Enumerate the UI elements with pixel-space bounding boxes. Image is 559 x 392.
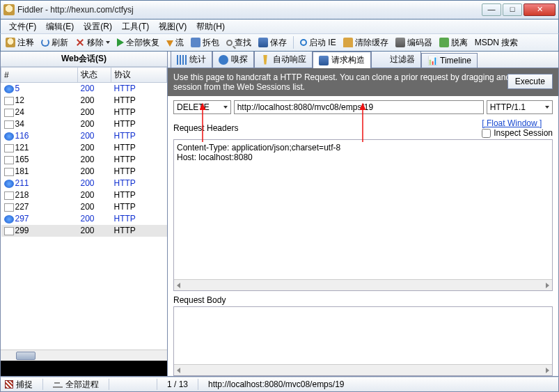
menu-help[interactable]: 帮助(H) <box>192 20 229 33</box>
menu-tools[interactable]: 工具(T) <box>118 20 153 33</box>
httpver-combo[interactable]: HTTP/1.1 <box>487 100 553 114</box>
scroll-thumb[interactable] <box>16 352 36 360</box>
quickexec-bar[interactable] <box>1 361 167 376</box>
col-status[interactable]: 状态 <box>78 68 111 83</box>
inspect-label: Inspect Session <box>494 128 553 138</box>
dropdown-icon <box>545 106 549 109</box>
sessions-pane: Web会话(S) # 状态 协议 5200HTTP12200HTTP24200H… <box>1 52 168 376</box>
tb-launch-ie[interactable]: 启动 IE <box>298 36 338 49</box>
sniff-icon <box>219 55 228 65</box>
document-icon <box>4 168 14 176</box>
tb-stream[interactable]: 流 <box>164 36 186 49</box>
globe-icon <box>4 132 14 141</box>
document-icon <box>4 227 14 235</box>
stream-icon <box>166 40 173 47</box>
req-body-label: Request Body <box>173 295 226 305</box>
document-icon <box>4 97 14 105</box>
request-headers-box[interactable]: Content-Type: application/json;charset=u… <box>173 139 553 291</box>
menu-edit[interactable]: 编辑(E) <box>42 20 78 33</box>
status-allproc[interactable]: 全部进程 <box>53 379 99 391</box>
table-row[interactable]: 297200HTTP <box>1 213 167 225</box>
tab-auto[interactable]: 自动响应 <box>254 52 313 68</box>
request-body-box[interactable] <box>173 306 553 376</box>
play-icon <box>117 38 124 47</box>
clear-icon <box>343 38 353 47</box>
menu-file[interactable]: 文件(F) <box>5 20 40 33</box>
tb-remove[interactable]: 移除 <box>73 36 112 49</box>
tb-unhand[interactable]: 拆包 <box>189 36 221 49</box>
document-icon <box>4 120 14 129</box>
menu-bar: 文件(F) 编辑(E) 设置(R) 工具(T) 视图(V) 帮助(H) <box>0 19 559 33</box>
tb-clear-cache[interactable]: 清除缓存 <box>341 36 391 49</box>
refresh-icon <box>41 38 49 47</box>
composer-hint: Use this page to handcraft a HTTP Reques… <box>168 68 558 96</box>
tb-find[interactable]: 查找 <box>224 36 253 49</box>
save-icon <box>258 38 268 47</box>
table-row[interactable]: 24200HTTP <box>1 107 167 118</box>
header-line: Host: localhost:8080 <box>177 152 549 162</box>
table-row[interactable]: 165200HTTP <box>1 154 167 166</box>
table-row[interactable]: 116200HTTP <box>1 130 167 142</box>
filter-icon <box>377 55 387 65</box>
tb-refresh[interactable]: 刷新 <box>39 36 70 49</box>
execute-button[interactable]: Execute <box>507 74 553 89</box>
globe-icon <box>4 215 14 224</box>
menu-settings[interactable]: 设置(R) <box>79 20 116 33</box>
float-window-link[interactable]: [ Float Window ] <box>482 118 542 128</box>
table-row[interactable]: 5200HTTP <box>1 83 167 95</box>
table-row[interactable]: 299200HTTP <box>1 225 167 237</box>
document-icon <box>4 191 14 200</box>
request-line: DELETE HTTP/1.1 <box>168 96 558 118</box>
tab-stats[interactable]: 统计 <box>171 52 212 68</box>
table-row[interactable]: 121200HTTP <box>1 142 167 154</box>
comment-icon <box>6 38 15 47</box>
body-hscroll[interactable] <box>174 364 552 375</box>
toolbar: 注释 刷新 移除 全部恢复 流 拆包 查找 保存 启动 IE 清除缓存 编码器 … <box>0 33 559 52</box>
detach-icon <box>439 38 449 47</box>
dropdown-icon <box>106 41 110 44</box>
inspect-checkbox[interactable] <box>482 129 491 138</box>
app-icon <box>3 4 15 15</box>
globe-icon <box>4 180 14 188</box>
req-headers-label: Request Headers <box>173 123 238 133</box>
tab-sniff[interactable]: 嗅探 <box>212 52 254 68</box>
tb-msdn[interactable]: MSDN 搜索 <box>473 36 521 49</box>
status-capture[interactable]: 捕捉 <box>5 379 33 391</box>
menu-view[interactable]: 视图(V) <box>155 20 191 33</box>
tab-composer[interactable]: 请求构造 <box>313 52 371 68</box>
status-count: 1 / 13 <box>167 379 188 389</box>
lightning-icon <box>260 55 270 65</box>
find-icon <box>226 40 233 46</box>
table-row[interactable]: 218200HTTP <box>1 189 167 201</box>
url-input[interactable] <box>234 100 484 114</box>
tb-comment[interactable]: 注释 <box>3 36 36 49</box>
sessions-grid[interactable]: # 状态 协议 5200HTTP12200HTTP24200HTTP34200H… <box>1 67 167 361</box>
maximize-button[interactable]: □ <box>503 3 522 16</box>
table-row[interactable]: 227200HTTP <box>1 201 167 213</box>
encoder-icon <box>395 38 405 47</box>
header-line: Content-Type: application/json;charset=u… <box>177 143 549 152</box>
headers-hscroll[interactable] <box>174 279 552 290</box>
close-button[interactable]: ✕ <box>523 3 556 16</box>
tab-filter[interactable]: 过滤器 <box>371 52 421 68</box>
col-proto[interactable]: 协议 <box>111 68 167 83</box>
window-title: Fiddler - http://hexun.com/ctfysj <box>17 5 482 15</box>
sessions-hscroll[interactable] <box>1 350 167 361</box>
col-id[interactable]: # <box>1 68 78 83</box>
tb-detach[interactable]: 脱离 <box>437 36 470 49</box>
document-icon <box>4 156 14 164</box>
method-combo[interactable]: DELETE <box>173 100 231 114</box>
table-row[interactable]: 211200HTTP <box>1 178 167 189</box>
minimize-button[interactable]: — <box>482 3 501 16</box>
tb-encoder[interactable]: 编码器 <box>393 36 434 49</box>
table-row[interactable]: 12200HTTP <box>1 95 167 107</box>
table-row[interactable]: 34200HTTP <box>1 118 167 130</box>
tb-replay[interactable]: 全部恢复 <box>115 36 162 49</box>
stats-icon <box>177 55 187 65</box>
inspector-pane: 统计 嗅探 自动响应 请求构造 过滤器 📊Timeline Use this p… <box>168 52 558 376</box>
inspector-tabs: 统计 嗅探 自动响应 请求构造 过滤器 📊Timeline <box>168 52 558 68</box>
table-row[interactable]: 181200HTTP <box>1 166 167 178</box>
tb-save[interactable]: 保存 <box>256 36 289 49</box>
document-icon <box>4 144 14 152</box>
tab-timeline[interactable]: 📊Timeline <box>421 53 478 68</box>
